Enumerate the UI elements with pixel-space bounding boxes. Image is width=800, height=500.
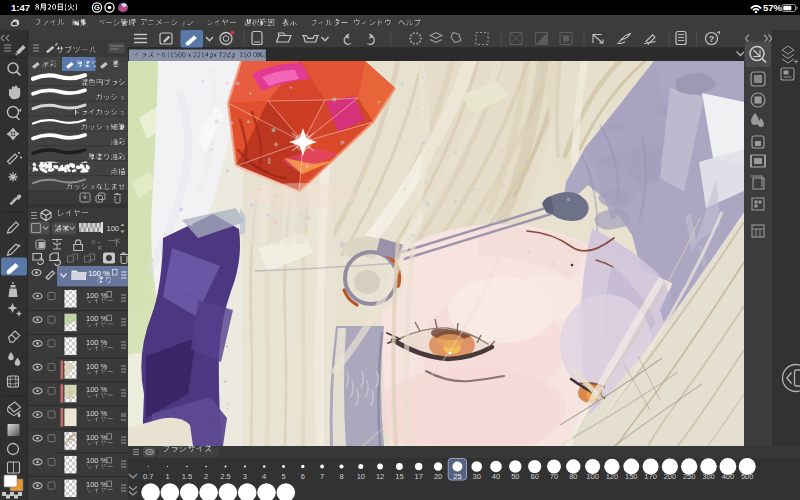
svg-text:G: G xyxy=(94,3,100,12)
svg-text:100 %: 100 % xyxy=(86,456,108,465)
svg-text:1.5: 1.5 xyxy=(182,472,192,481)
svg-text:12: 12 xyxy=(376,472,384,481)
svg-text:500: 500 xyxy=(741,472,754,481)
svg-text:100: 100 xyxy=(107,224,120,233)
svg-text:7: 7 xyxy=(320,472,324,481)
svg-text:?: ? xyxy=(709,34,715,44)
svg-text:2.5: 2.5 xyxy=(220,472,230,481)
svg-text:17: 17 xyxy=(415,472,423,481)
svg-text:80: 80 xyxy=(569,472,577,481)
svg-text:57%: 57% xyxy=(763,2,783,13)
svg-text:70: 70 xyxy=(550,472,558,481)
svg-text:3: 3 xyxy=(243,472,247,481)
svg-text:120: 120 xyxy=(606,472,619,481)
svg-text:100 %: 100 % xyxy=(86,385,108,394)
svg-text:100: 100 xyxy=(586,472,599,481)
svg-text:2: 2 xyxy=(204,472,208,481)
svg-text:150: 150 xyxy=(625,472,638,481)
svg-text:100 %: 100 % xyxy=(86,409,108,418)
svg-text:1: 1 xyxy=(166,472,170,481)
svg-text:25: 25 xyxy=(453,472,461,481)
svg-text:100 %: 100 % xyxy=(86,314,108,323)
svg-text:400: 400 xyxy=(722,472,735,481)
svg-text:30: 30 xyxy=(473,472,481,481)
svg-text:40: 40 xyxy=(492,472,500,481)
svg-text:15: 15 xyxy=(395,472,403,481)
svg-text:20: 20 xyxy=(434,472,442,481)
svg-text:100 %: 100 % xyxy=(88,269,110,278)
svg-text:5: 5 xyxy=(281,472,285,481)
svg-text:8: 8 xyxy=(339,472,343,481)
svg-text:300: 300 xyxy=(702,472,715,481)
svg-text:6: 6 xyxy=(301,472,305,481)
svg-text:170: 170 xyxy=(644,472,657,481)
svg-text:4: 4 xyxy=(262,472,266,481)
svg-text:100 %: 100 % xyxy=(86,433,108,442)
svg-text:200: 200 xyxy=(664,472,677,481)
svg-text:100 %: 100 % xyxy=(86,362,108,371)
svg-text:60: 60 xyxy=(531,472,539,481)
svg-text:1:47: 1:47 xyxy=(11,2,30,13)
svg-text:10: 10 xyxy=(357,472,365,481)
svg-text:250: 250 xyxy=(683,472,696,481)
svg-text:100 %: 100 % xyxy=(86,291,108,300)
svg-text:0.7: 0.7 xyxy=(143,472,153,481)
svg-text:100 %: 100 % xyxy=(86,480,108,489)
svg-text:50: 50 xyxy=(511,472,519,481)
svg-text:100 %: 100 % xyxy=(86,338,108,347)
